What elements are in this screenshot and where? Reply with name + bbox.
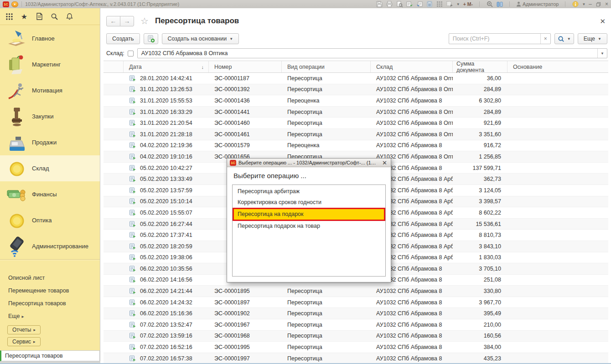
chevron-down-icon[interactable]: ▼ — [582, 2, 585, 6]
close-icon[interactable]: × — [605, 1, 608, 7]
table-row[interactable]: 31.01.2020 21:20:54 ЭС-00001460 Пересорт… — [104, 118, 608, 129]
table-row[interactable]: 07.02.2020 13:59:16 ЭС-00001968 Пересорт… — [104, 331, 608, 342]
header-amount[interactable]: Сумма документа — [453, 61, 507, 72]
document-posted-icon — [129, 355, 136, 362]
sidebar-item[interactable]: Мотивация — [0, 77, 100, 103]
operation-option[interactable]: Пересортица на подарок — [233, 208, 385, 221]
cell-date: 31.01.2020 15:55:53 — [140, 97, 192, 104]
receive-document-icon[interactable] — [416, 1, 423, 8]
sidebar-button[interactable]: Сервис▸ — [7, 337, 41, 346]
cell-date: 05.02.2020 18:20:59 — [140, 243, 192, 250]
warehouse-combo-field[interactable]: АУ1032 СПб Абрамова 8 Оптика ▼ — [137, 48, 607, 58]
more-button[interactable]: Еще▼ — [578, 33, 607, 44]
sidebar-more-link[interactable]: Еще▸ — [0, 310, 99, 323]
forward-button[interactable]: → — [120, 16, 134, 26]
clear-search-icon[interactable]: × — [540, 34, 550, 44]
cell-base — [507, 275, 608, 286]
table-row[interactable]: 04.02.2020 12:19:36 ЭС-00001579 Переоцен… — [104, 140, 608, 152]
sidebar-item[interactable]: Склад — [0, 155, 100, 181]
cell-amount: 6 302,80 — [453, 95, 507, 106]
create-by-copy-button[interactable] — [144, 33, 158, 44]
zoom-icon[interactable] — [486, 1, 493, 8]
table-row[interactable]: 31.01.2020 21:28:18 ЭС-00001461 Пересорт… — [104, 129, 608, 140]
dialog-close-icon[interactable]: ✕ — [381, 160, 388, 166]
split-view-icon[interactable] — [496, 1, 503, 8]
header-operation[interactable]: Вид операции — [282, 61, 371, 72]
operation-option[interactable]: Пересортица арбитраж — [233, 186, 385, 197]
header-base[interactable]: Основание — [507, 61, 608, 72]
sidebar-item[interactable]: Маркетинг — [0, 51, 100, 77]
services-grid-icon[interactable] — [436, 1, 443, 8]
search-icon — [558, 36, 564, 42]
header-number[interactable]: Номер — [209, 61, 282, 72]
select-window-icon[interactable] — [446, 1, 453, 8]
table-row[interactable]: 31.01.2020 16:33:29 ЭС-00001441 Пересорт… — [104, 107, 608, 118]
table-row[interactable]: 07.02.2020 13:52:47 ЭС-00001967 Пересорт… — [104, 319, 608, 331]
minimize-icon[interactable]: – — [589, 1, 592, 7]
save-icon[interactable] — [376, 1, 383, 8]
sidebar-link[interactable]: Пересортица товаров — [0, 297, 99, 310]
sidebar-item[interactable]: Финансы — [0, 181, 100, 207]
search-input[interactable] — [449, 36, 540, 42]
open-window-tab[interactable]: Пересортица товаров — [0, 350, 100, 361]
back-button[interactable]: ← — [106, 16, 120, 26]
sidebar-link[interactable]: Перемещение товаров — [0, 284, 99, 297]
table-row[interactable]: 07.02.2020 16:52:16 ЭС-00001995 Пересорт… — [104, 342, 608, 353]
memory-plus-minus[interactable]: + М- — [463, 1, 473, 7]
table-row[interactable]: 31.01.2020 15:55:53 ЭС-00001436 Переоцен… — [104, 95, 608, 107]
sidebar-item[interactable]: Продажи — [0, 129, 100, 155]
calculator-icon[interactable] — [426, 1, 433, 8]
history-icon[interactable] — [35, 12, 44, 21]
sidebar-link[interactable]: Описной лист — [0, 272, 99, 284]
separator — [565, 1, 565, 7]
document-posted-icon — [129, 220, 136, 228]
table-header: Дата↓ Номер Вид операции Склад Сумма док… — [104, 61, 608, 73]
chevron-down-icon[interactable]: ▼ — [456, 2, 460, 6]
operation-option[interactable]: Корректировка сроков годности — [233, 197, 385, 208]
create-based-on-button[interactable]: Создать на основании▼ — [162, 33, 239, 44]
create-button[interactable]: Создать — [106, 33, 140, 44]
table-row[interactable]: 28.01.2020 14:42:41 ЭС-00001187 Пересорт… — [104, 73, 608, 84]
header-date[interactable]: Дата↓ — [124, 61, 209, 72]
close-form-icon[interactable]: ✕ — [598, 17, 607, 26]
operation-option[interactable]: Пересортица подарок на товар — [233, 221, 385, 232]
current-user[interactable]: Администратор — [516, 1, 559, 7]
warehouse-filter-checkbox[interactable] — [128, 51, 134, 56]
apps-grid-icon[interactable] — [5, 12, 14, 21]
header-warehouse[interactable]: Склад — [371, 61, 453, 72]
cell-warehouse: АУ1032 СПб Абрамова 8 — [371, 342, 453, 353]
sidebar-item[interactable]: Закупки — [0, 103, 100, 129]
print-preview-icon[interactable] — [396, 1, 403, 8]
notifications-bell-icon[interactable] — [65, 12, 74, 21]
table-row[interactable]: 06.02.2020 14:24:32 ЭС-00001897 Пересорт… — [104, 297, 608, 308]
favorites-star-icon[interactable]: ★ — [20, 12, 29, 21]
cell-amount: 284,89 — [453, 107, 507, 118]
sidebar-item[interactable]: Главное — [0, 26, 100, 51]
favorite-star-icon[interactable]: ☆ — [140, 15, 149, 26]
table-row[interactable]: 07.02.2020 16:57:38 ЭС-00001997 Пересорт… — [104, 353, 608, 363]
table-row[interactable]: 06.02.2020 14:21:44 ЭС-00001895 Пересорт… — [104, 286, 608, 297]
table-row[interactable]: 06.02.2020 15:16:36 ЭС-00001902 Пересорт… — [104, 308, 608, 319]
warehouse-filter-label: Склад: — [106, 50, 124, 56]
info-icon[interactable] — [572, 1, 579, 8]
main-menu-button[interactable]: ▼ — [11, 1, 18, 7]
print-icon[interactable] — [386, 1, 393, 8]
cell-operation: Пересортица — [282, 118, 371, 128]
sidebar-button[interactable]: Отчеты▸ — [7, 325, 41, 334]
chevron-down-icon[interactable]: ▼ — [597, 49, 607, 58]
cell-operation: Пересортица — [282, 297, 371, 308]
cell-amount: 921,69 — [453, 118, 507, 128]
cell-amount: 916,72 — [453, 140, 507, 151]
send-document-icon[interactable] — [406, 1, 413, 8]
sidebar-item[interactable]: Оптика — [0, 207, 100, 233]
document-posted-icon — [129, 164, 136, 172]
cell-number: ЭС-00001895 — [209, 286, 282, 297]
search-button[interactable]: ▼ — [554, 33, 574, 44]
search-icon[interactable] — [50, 12, 59, 21]
table-row[interactable]: 31.01.2020 13:26:53 ЭС-00001392 Пересорт… — [104, 84, 608, 96]
sidebar-item-label: Маркетинг — [32, 61, 61, 68]
cell-amount: 210,00 — [453, 319, 507, 330]
restore-icon[interactable] — [595, 1, 602, 8]
sidebar-item[interactable]: Администрирование — [0, 233, 100, 259]
document-posted-icon — [129, 131, 136, 138]
